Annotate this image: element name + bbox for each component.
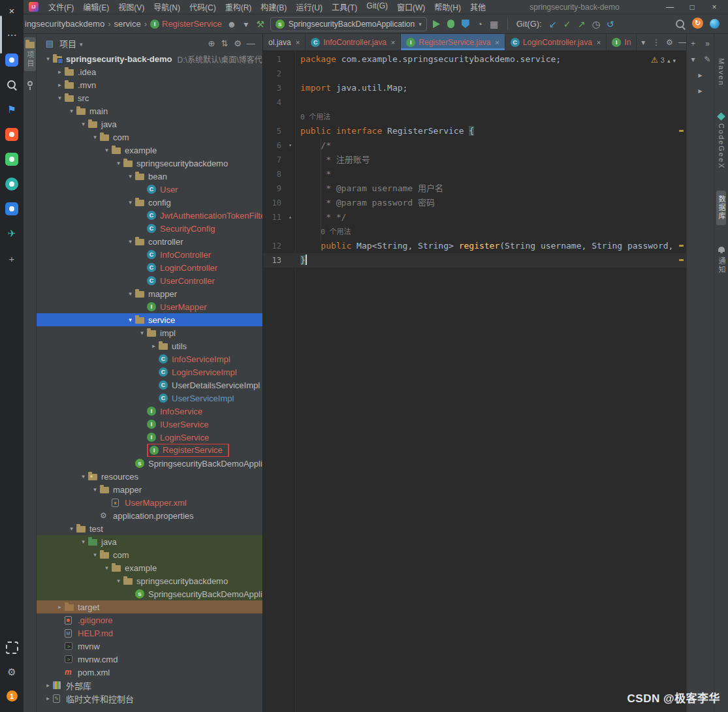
add-app-icon[interactable]: + [5,252,18,265]
tree-item[interactable]: ▾java [37,117,262,131]
tree-chevron[interactable]: ▾ [78,538,88,545]
send-app-icon[interactable]: ✈ [5,227,18,240]
tree-item[interactable]: CJwtAuthenticationTokenFilte [37,209,262,222]
tool-window-project-button[interactable]: 项目 [24,37,36,71]
tree-chevron[interactable]: ▾ [78,473,88,480]
tree-chevron[interactable]: ▾ [114,578,123,584]
git-commit-button[interactable]: ✓ [560,18,575,31]
close-icon[interactable]: × [5,4,18,17]
fold-marker[interactable]: ▴ [285,210,295,224]
tree-item[interactable]: ▾springsecuritybackdemo [37,157,262,170]
tree-item[interactable]: .gitignore [37,613,262,627]
tree-item[interactable]: CUserController [37,274,262,287]
menu-item[interactable]: 代码(C) [185,1,221,12]
expand-node-icon[interactable]: ▸ [696,70,705,80]
tree-item[interactable]: ▾impl [37,326,262,339]
git-push-button[interactable]: ↗ [575,18,589,31]
tree-item[interactable]: ▾com [37,548,262,561]
tree-item[interactable]: CLoginServiceImpl [37,365,262,379]
breadcrumb-item[interactable]: IRegisterService [150,19,222,29]
warning-stripe-mark[interactable] [679,130,684,132]
menu-item[interactable]: Git(G) [362,1,392,12]
tree-item[interactable]: ▾main [37,104,262,117]
maximize-button[interactable]: □ [681,3,703,12]
more-icon[interactable]: ⋯ [5,29,18,42]
code-line[interactable]: 10 * @param password 密码 [263,196,686,210]
notification-badge[interactable]: 1 [7,690,18,702]
menu-item[interactable]: 导航(N) [149,1,185,12]
chevron-down-icon[interactable] [80,39,83,48]
tree-chevron[interactable]: ▾ [43,55,53,62]
tab-close-icon[interactable]: × [495,39,499,46]
tree-item[interactable]: ▾test [37,522,262,535]
editor-tab[interactable]: IRegisterService.java× [401,34,505,50]
tree-item[interactable]: ⚙application.properties [37,509,262,522]
code-line[interactable]: 9 * @param username 用户名 [263,181,686,196]
menu-item[interactable]: 文件(F) [44,1,78,12]
meeting-app-icon[interactable] [5,202,18,215]
tree-chevron[interactable]: ▸ [55,69,65,75]
tree-item[interactable]: ▾config [37,196,262,209]
menu-item[interactable]: 运行(U) [291,1,327,12]
tool-window-maven-button[interactable]: Maven [716,54,726,91]
warning-stripe-mark[interactable] [679,245,684,247]
menu-item[interactable]: 窗口(W) [392,1,430,12]
tree-chevron[interactable]: ▾ [102,565,112,571]
code-line[interactable]: 7 * 注册账号 [263,153,686,167]
rollback-button[interactable]: ↺ [603,18,618,31]
git-update-button[interactable]: ↙ [546,18,560,31]
tree-chevron[interactable]: ▾ [90,134,100,140]
tree-item[interactable]: ▾java [37,535,262,548]
tree-item[interactable]: ▸utils [37,339,262,352]
photos-app-icon[interactable] [5,153,18,166]
tree-chevron[interactable]: ▸ [43,695,53,702]
tree-item[interactable]: ▾resources [37,470,262,483]
code-line[interactable]: 0 个用法 [263,110,686,124]
settings-gear-icon[interactable]: ⚙ [5,666,18,679]
tree-item[interactable]: CUser [37,183,262,196]
tree-chevron[interactable]: ▾ [137,330,147,336]
minimize-button[interactable]: — [659,3,681,12]
chevrons-right-icon[interactable]: » [703,39,712,48]
tree-chevron[interactable]: ▸ [55,604,65,610]
tool-window-database-button[interactable]: 数据库 [716,191,726,225]
menu-item[interactable]: 帮助(H) [430,1,466,12]
tree-chevron[interactable]: ▾ [90,551,100,558]
tree-item[interactable]: mpom.xml [37,666,262,679]
git-menu-label[interactable]: Git(G): [516,19,542,29]
tree-item[interactable]: ▾example [37,144,262,157]
tree-chevron[interactable]: ▾ [102,147,112,153]
tree-item[interactable]: IRegisterService [37,444,262,457]
panel-settings-gear-icon[interactable]: ⚙ [231,37,244,50]
tree-item[interactable]: SSpringsecurityBackDemoAppli [37,457,262,470]
menu-item[interactable]: 构建(B) [256,1,291,12]
codegeex-ball-button[interactable] [707,18,721,31]
update-available-button[interactable]: ↻ [692,18,703,29]
add-icon[interactable]: + [689,39,698,48]
warning-stripe-mark[interactable] [679,259,684,261]
tree-item[interactable]: SSpringsecurityBackDemoAppli [37,587,262,600]
tree-chevron[interactable]: ▾ [67,525,76,532]
tool-window-bookmarks-button[interactable] [26,78,34,93]
code-line[interactable]: 11▴ * */ [263,210,686,224]
tree-item[interactable]: ▾springsecuritybackdemo [37,574,262,587]
project-view-icon[interactable] [43,37,56,50]
editor-settings-gear-icon[interactable]: ⚙ [663,36,676,49]
code-with-me-icon[interactable]: ☻ [225,18,239,31]
tree-chevron[interactable]: ▾ [67,108,76,114]
tool-window-notifications-button[interactable]: 通知 [716,242,726,279]
code-line[interactable]: 5public interface RegisterService { [263,124,686,138]
tree-item[interactable]: CInfoServiceImpl [37,352,262,365]
tree-chevron[interactable]: ▾ [125,173,135,179]
tree-chevron[interactable]: ▾ [125,290,135,297]
tree-item[interactable]: ILoginService [37,431,262,444]
code-line[interactable]: 12 public Map<String, String> register(S… [263,239,686,253]
tree-item[interactable]: CUserServiceImpl [37,392,262,405]
tree-item[interactable]: ▸外部库 [37,679,262,692]
code-line[interactable]: 4 [263,95,686,110]
tree-item[interactable]: CUserDetailsServiceImpl [37,379,262,392]
prev-warning-icon[interactable] [667,56,671,64]
bookmark-icon[interactable]: ⚑ [5,103,18,116]
tree-chevron[interactable]: ▾ [125,238,135,245]
code-line[interactable]: 8 * [263,167,686,181]
